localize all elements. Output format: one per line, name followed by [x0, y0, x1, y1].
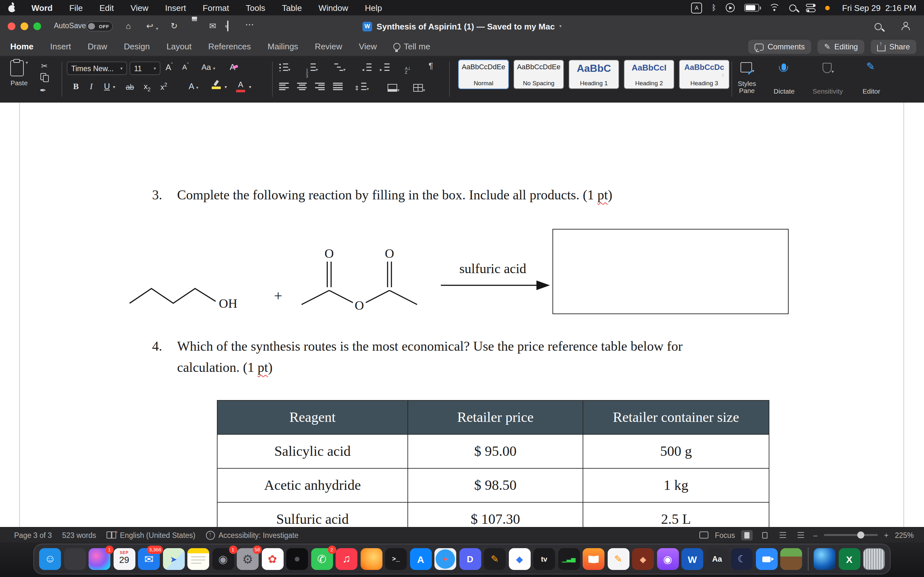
tab-home[interactable]: Home — [10, 42, 33, 51]
highlight-button[interactable] — [212, 80, 221, 89]
font-color-chevron-icon[interactable]: ▾ — [249, 85, 251, 90]
style-normal[interactable]: AaBbCcDdEeNormal — [458, 60, 509, 89]
dock-podcasts[interactable]: ◉ — [657, 548, 678, 570]
spotlight-search-icon[interactable] — [790, 4, 796, 11]
tab-view[interactable]: View — [359, 42, 377, 51]
tab-mailings[interactable]: Mailings — [268, 42, 298, 51]
menu-help[interactable]: Help — [365, 3, 382, 13]
apple-menu-icon[interactable] — [8, 3, 16, 12]
italic-button[interactable]: I — [90, 81, 93, 92]
dock-camera-pro[interactable]: ● — [286, 548, 308, 570]
word-count[interactable]: 523 words — [62, 531, 96, 539]
align-left-button[interactable] — [279, 83, 289, 90]
superscript-button[interactable]: x2 — [160, 82, 167, 92]
table-cell[interactable]: Sulfuric acid — [217, 502, 408, 527]
underline-button[interactable]: U — [104, 81, 110, 91]
clear-formatting-button[interactable]: A — [230, 62, 240, 72]
menu-bar-clock[interactable]: Fri Sep 29 2:16 PM — [842, 3, 916, 13]
menu-edit[interactable]: Edit — [99, 3, 114, 13]
edit-document-icon[interactable]: ✎ — [227, 22, 228, 30]
table-cell[interactable]: $ 95.00 — [408, 434, 583, 468]
search-icon[interactable] — [875, 23, 882, 31]
dock-facetime[interactable]: ✆2 — [311, 548, 333, 570]
more-commands-icon[interactable]: ⋯ — [245, 21, 254, 29]
dock-pen-app[interactable]: ✎ — [484, 548, 506, 570]
bullets-button[interactable]: ▾ — [279, 62, 290, 74]
underline-chevron-icon[interactable]: ▾ — [113, 85, 115, 90]
dock-notes[interactable] — [187, 548, 209, 570]
table-cell[interactable]: 2.5 L — [583, 502, 769, 527]
input-source-icon[interactable]: A — [691, 2, 702, 13]
dock-mail[interactable]: ✉3,368 — [138, 548, 160, 570]
table-header[interactable]: Retailer container size — [583, 400, 769, 434]
menu-word[interactable]: Word — [31, 3, 53, 13]
multilevel-list-button[interactable]: ▾ — [334, 62, 346, 74]
editor-button[interactable]: ✎ — [866, 60, 875, 73]
shading-button[interactable]: ▾ — [388, 83, 399, 94]
increase-indent-button[interactable]: ▸ — [380, 62, 389, 74]
paste-chevron-icon[interactable]: ▾ — [26, 60, 28, 65]
dock-maps[interactable]: ➤ — [163, 548, 184, 570]
menu-view[interactable]: View — [131, 3, 149, 13]
zoom-in-button[interactable]: + — [884, 531, 888, 539]
dock-design-app[interactable]: ◆ — [509, 548, 530, 570]
styles-pane-button[interactable]: ▾ — [740, 62, 754, 75]
dock-minecraft[interactable] — [780, 548, 802, 570]
font-size-select[interactable]: 11▾ — [129, 61, 160, 75]
undo-chevron-icon[interactable]: ▾ — [156, 24, 158, 33]
tab-tell-me[interactable]: Tell me — [394, 42, 430, 51]
menu-window[interactable]: Window — [318, 3, 349, 13]
dock-music[interactable]: ♫ — [336, 548, 357, 570]
tab-insert[interactable]: Insert — [50, 42, 71, 51]
paste-button[interactable]: ▾ Paste — [10, 60, 28, 88]
dock-settings[interactable]: ⚙58 — [237, 548, 258, 570]
zoom-button[interactable] — [33, 23, 41, 30]
outline-view-button[interactable] — [777, 530, 789, 540]
zoom-out-button[interactable]: – — [813, 531, 817, 539]
subscript-button[interactable]: x2 — [144, 82, 150, 93]
dock-launchpad[interactable] — [64, 548, 86, 570]
answer-box[interactable] — [552, 229, 788, 314]
accessibility-status[interactable]: Accessibility: Investigate — [218, 531, 298, 539]
print-layout-view-button[interactable] — [741, 530, 753, 540]
dock-zoom[interactable] — [756, 548, 777, 570]
dock-safari[interactable]: ✦ — [435, 548, 456, 570]
align-right-button[interactable] — [315, 83, 325, 90]
share-button[interactable]: ↑Share — [871, 40, 916, 54]
autosave-toggle[interactable]: OFF — [86, 21, 113, 31]
dock-sleep-app[interactable]: ☾ — [731, 548, 753, 570]
tab-draw[interactable]: Draw — [87, 42, 107, 51]
menu-insert[interactable]: Insert — [165, 3, 186, 13]
dock-discord[interactable]: D — [459, 548, 481, 570]
style-no-spacing[interactable]: AaBbCcDdEeNo Spacing — [513, 60, 564, 89]
dock-finder[interactable]: ☺ — [39, 548, 61, 570]
pilcrow-button[interactable]: ¶ — [429, 61, 433, 71]
dictate-button[interactable] — [782, 61, 786, 73]
strikethrough-button[interactable]: ab — [126, 83, 134, 91]
dock-siri[interactable]: 1 — [89, 548, 110, 570]
dock-creative-app[interactable]: ◆ — [632, 548, 654, 570]
wifi-icon[interactable] — [769, 4, 780, 11]
justify-button[interactable] — [333, 83, 342, 90]
menu-format[interactable]: Format — [203, 3, 229, 13]
table-header[interactable]: Retailer price — [408, 400, 583, 434]
dock-pencil-app[interactable]: ✎ — [607, 548, 629, 570]
draft-view-button[interactable] — [795, 530, 807, 540]
document-page[interactable]: 3. Complete the following reaction by fi… — [0, 103, 924, 527]
table-cell[interactable]: $ 107.30 — [408, 502, 583, 527]
web-layout-view-button[interactable] — [759, 530, 771, 540]
font-name-select[interactable]: Times New...▾ — [67, 61, 127, 75]
line-spacing-button[interactable]: ⇕▾ — [354, 81, 369, 93]
change-case-button[interactable]: Aa ▾ — [202, 63, 215, 72]
battery-icon[interactable] — [745, 4, 759, 11]
dock-word[interactable]: W — [682, 548, 703, 570]
grow-font-button[interactable]: Aˆ — [166, 62, 173, 72]
proofing-status-icon[interactable] — [107, 532, 116, 538]
control-center-icon[interactable] — [806, 3, 816, 12]
dock-camera[interactable]: ◉1 — [212, 548, 234, 570]
dock-globe[interactable] — [814, 548, 835, 570]
decrease-indent-button[interactable]: ◂ — [362, 62, 371, 74]
editing-button[interactable]: ✎Editing — [817, 40, 864, 54]
focus-button[interactable]: Focus — [715, 531, 735, 539]
table-cell[interactable]: 500 g — [583, 434, 769, 468]
